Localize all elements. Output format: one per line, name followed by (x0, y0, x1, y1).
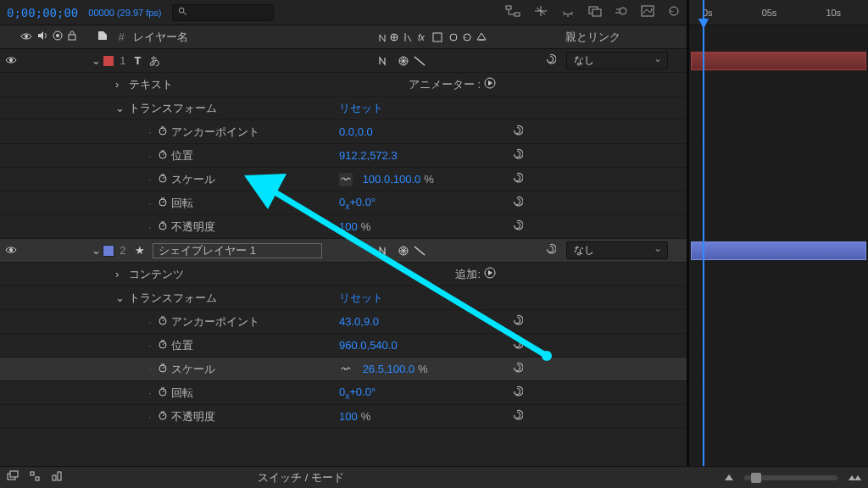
switch-sampling-icon[interactable] (413, 245, 426, 257)
time-ruler[interactable]: 0s 05s 10s (689, 0, 868, 25)
label-color[interactable] (103, 245, 114, 257)
current-time[interactable]: 0;00;00;00 (7, 6, 78, 19)
prop-opacity-row[interactable]: · 不透明度 100% (0, 405, 687, 429)
pickwhip-icon[interactable] (504, 172, 530, 186)
switch-transform-icon[interactable] (377, 244, 394, 258)
speaker-icon[interactable] (37, 30, 47, 43)
prop-scale-row[interactable]: · スケール 100.0,100.0% (0, 168, 687, 191)
collapse-toggle[interactable] (91, 54, 101, 67)
prop-rotation-row[interactable]: · 回転 0x+0.0° (0, 191, 687, 215)
graph-editor-icon[interactable] (641, 5, 654, 19)
prop-value[interactable]: 912.2,572.3 (339, 149, 398, 162)
switch-sampling-icon[interactable] (413, 55, 426, 67)
text-group-row[interactable]: テキスト アニメーター : (0, 73, 687, 97)
stopwatch-icon[interactable] (158, 173, 168, 186)
pickwhip-icon[interactable] (504, 385, 530, 400)
eye-icon[interactable] (20, 30, 32, 43)
layer-row-1[interactable]: 1 T あ なし (0, 49, 687, 73)
transform-group-row[interactable]: トランスフォーム リセット (0, 286, 687, 310)
prop-anchor-row[interactable]: · アンカーポイント 43.0,9.0 (0, 310, 687, 334)
stopwatch-icon[interactable] (158, 410, 168, 423)
layer1-bar[interactable] (691, 52, 866, 70)
layer2-bar[interactable] (691, 241, 866, 260)
pickwhip-icon[interactable] (504, 196, 530, 210)
pickwhip-icon[interactable] (504, 409, 530, 424)
prop-rotation-row[interactable]: · 回転 0x+0.0° (0, 381, 687, 405)
prop-scale-row[interactable]: · スケール 26.5,100.0% (0, 358, 687, 381)
stopwatch-icon[interactable] (158, 220, 168, 233)
reset-link[interactable]: リセット (339, 291, 383, 306)
parent-dropdown[interactable]: なし (566, 241, 668, 259)
prop-position-row[interactable]: · 位置 960.0,540.0 (0, 334, 687, 358)
stopwatch-icon[interactable] (158, 339, 168, 352)
pickwhip-icon[interactable] (538, 243, 563, 258)
constrain-icon[interactable] (339, 363, 353, 376)
prop-value[interactable]: 43.0,9.0 (339, 315, 379, 328)
visibility-toggle[interactable] (5, 54, 17, 67)
prop-anchor-row[interactable]: · アンカーポイント 0.0,0.0 (0, 120, 687, 144)
contents-group-row[interactable]: コンテンツ 追加: (0, 263, 687, 286)
add-shape-icon[interactable] (484, 267, 496, 281)
prop-value[interactable]: 0x+0.0° (339, 196, 376, 211)
timeline-area[interactable]: 0s 05s 10s (687, 0, 868, 466)
pickwhip-icon[interactable] (504, 219, 530, 234)
collapse-toggle[interactable] (115, 268, 125, 280)
frame-blend-footer-icon[interactable] (51, 470, 63, 485)
switch-mode-toggle[interactable]: スイッチ / モード (258, 470, 344, 485)
layer-name[interactable]: あ (149, 54, 160, 67)
parent-column-header[interactable]: 親とリンク (562, 30, 687, 45)
prop-position-row[interactable]: · 位置 912.2,572.3 (0, 144, 687, 168)
prop-opacity-row[interactable]: · 不透明度 100% (0, 215, 687, 239)
parent-dropdown[interactable]: なし (566, 52, 668, 69)
zoom-in-icon[interactable] (848, 471, 861, 484)
transform-group-row[interactable]: トランスフォーム リセット (0, 97, 687, 120)
pickwhip-icon[interactable] (504, 314, 530, 329)
playhead[interactable] (703, 0, 704, 466)
reset-link[interactable]: リセット (339, 101, 383, 116)
composition-flowchart-icon[interactable] (505, 5, 520, 19)
collapse-toggle[interactable] (115, 291, 125, 304)
stopwatch-icon[interactable] (158, 315, 168, 328)
animator-add-icon[interactable] (484, 77, 496, 92)
switch-quality-icon[interactable] (398, 55, 409, 67)
zoom-out-icon[interactable] (724, 471, 734, 484)
shy-icon[interactable] (561, 5, 575, 19)
layer-search[interactable] (172, 4, 274, 21)
label-column-icon[interactable] (92, 30, 113, 43)
switch-transform-icon[interactable] (377, 54, 394, 68)
name-column-header[interactable]: レイヤー名 (130, 30, 376, 45)
motion-blur-icon[interactable] (615, 5, 627, 19)
prop-value[interactable]: 0x+0.0° (339, 385, 376, 401)
prop-value[interactable]: 100 (339, 220, 358, 233)
pickwhip-icon[interactable] (538, 53, 563, 68)
collapse-toggle[interactable] (115, 102, 125, 114)
pickwhip-icon[interactable] (504, 148, 530, 163)
constrain-icon[interactable] (339, 173, 353, 186)
lock-icon[interactable] (68, 30, 76, 43)
pickwhip-icon[interactable] (504, 125, 530, 139)
stopwatch-icon[interactable] (158, 197, 168, 209)
prop-value[interactable]: 100.0,100.0 (363, 173, 421, 186)
collapse-toggle[interactable] (91, 244, 101, 257)
prop-value[interactable]: 0.0,0.0 (339, 125, 373, 138)
switch-quality-icon[interactable] (398, 245, 409, 257)
layer-name-editing[interactable]: シェイプレイヤー 1 (153, 243, 322, 258)
stopwatch-icon[interactable] (158, 125, 168, 138)
prop-value[interactable]: 26.5,100.0 (363, 363, 415, 375)
adjustment-icon[interactable] (668, 5, 680, 19)
pickwhip-icon[interactable] (504, 362, 530, 376)
prop-value[interactable]: 960.0,540.0 (339, 339, 398, 352)
zoom-slider[interactable] (744, 475, 837, 480)
layer-row-2[interactable]: 2 ★ シェイプレイヤー 1 なし (0, 239, 687, 263)
stopwatch-icon[interactable] (158, 149, 168, 162)
prop-value[interactable]: 100 (339, 410, 358, 423)
toggle-switches-icon[interactable] (29, 470, 41, 485)
solo-icon[interactable] (53, 30, 63, 43)
stopwatch-icon[interactable] (158, 386, 168, 399)
visibility-toggle[interactable] (5, 244, 17, 257)
collapse-toggle[interactable] (115, 78, 125, 91)
stopwatch-icon[interactable] (158, 363, 168, 375)
draft-3d-icon[interactable] (534, 5, 548, 19)
render-queue-icon[interactable] (7, 470, 19, 485)
pickwhip-icon[interactable] (504, 338, 530, 352)
